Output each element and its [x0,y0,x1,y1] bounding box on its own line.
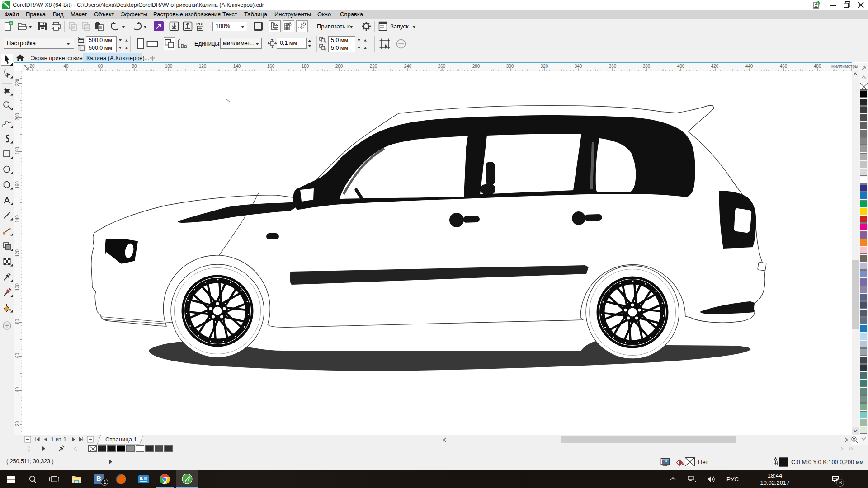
svg-text:y: y [325,47,326,51]
svg-text:x: x [325,40,326,43]
